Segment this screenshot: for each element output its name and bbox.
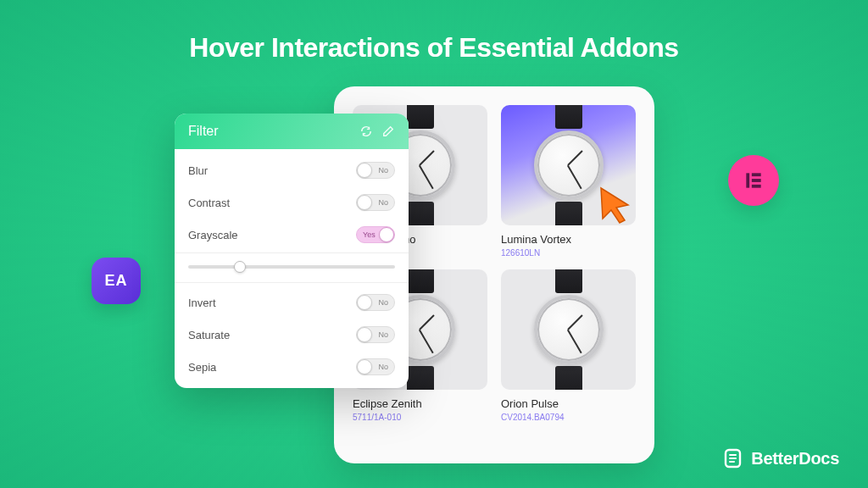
filter-row-invert: Invert No (175, 286, 409, 319)
ea-badge-text: EA (104, 272, 127, 290)
filter-label: Grayscale (188, 229, 238, 241)
edit-icon[interactable] (381, 125, 395, 138)
filter-label: Invert (188, 297, 216, 309)
product-thumb (501, 269, 636, 390)
page-title: Hover Interactions of Essential Addons (189, 32, 678, 64)
filter-label: Saturate (188, 329, 230, 341)
filter-title: Filter (188, 124, 219, 139)
product-sku: CV2014.BA0794 (501, 413, 636, 422)
refresh-icon[interactable] (359, 125, 373, 138)
filter-row-sepia: Sepia No (175, 351, 409, 383)
svg-rect-2 (752, 179, 761, 182)
toggle-invert[interactable]: No (356, 294, 395, 311)
toggle-contrast[interactable]: No (356, 194, 395, 211)
grayscale-slider[interactable] (188, 265, 395, 269)
filter-panel: Filter Blur No Contrast (175, 114, 409, 388)
filter-panel-header: Filter (175, 114, 409, 149)
toggle-saturate[interactable]: No (356, 326, 395, 343)
betterdocs-name: BetterDocs (751, 449, 839, 469)
toggle-grayscale[interactable]: Yes (356, 226, 395, 243)
elementor-badge (728, 155, 779, 206)
filter-row-saturate: Saturate No (175, 319, 409, 351)
betterdocs-icon (722, 447, 744, 469)
filter-label: Sepia (188, 361, 216, 374)
svg-rect-0 (746, 173, 749, 187)
toggle-sepia[interactable]: No (356, 358, 395, 375)
product-name: Orion Pulse (501, 397, 636, 410)
product-tile[interactable]: Orion Pulse CV2014.BA0794 (501, 269, 636, 422)
elementor-icon (743, 169, 765, 191)
filter-row-blur: Blur No (175, 154, 409, 186)
filter-row-contrast: Contrast No (175, 186, 409, 219)
filter-row-grayscale: Grayscale Yes (175, 219, 409, 251)
svg-rect-1 (752, 173, 761, 176)
product-tile[interactable]: Lumina Vortex 126610LN (501, 105, 636, 258)
product-name: Lumina Vortex (501, 233, 636, 246)
filter-label: Blur (188, 164, 208, 177)
product-thumb-hovered (501, 105, 636, 225)
svg-rect-3 (752, 185, 761, 188)
filter-slider-row (175, 252, 409, 283)
toggle-blur[interactable]: No (356, 162, 395, 179)
product-sku: 126610LN (501, 248, 636, 258)
filter-label: Contrast (188, 197, 230, 209)
product-sku: 5711/1A-010 (353, 413, 487, 422)
essential-addons-badge: EA (92, 258, 141, 304)
product-name: Eclipse Zenith (353, 397, 487, 410)
betterdocs-brand: BetterDocs (722, 447, 839, 469)
